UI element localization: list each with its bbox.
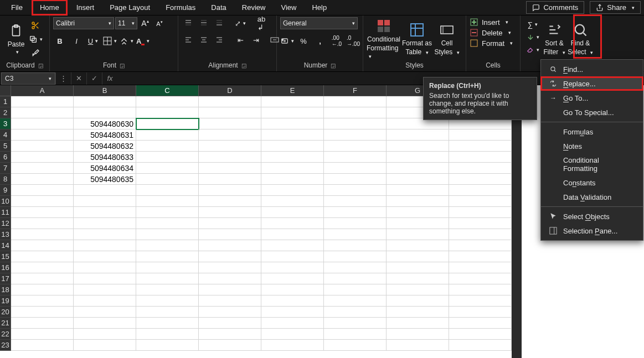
cell[interactable]: 5094480635 bbox=[74, 174, 136, 185]
menu-select-objects[interactable]: Select Objects bbox=[541, 209, 643, 224]
column-header[interactable]: A bbox=[11, 85, 74, 96]
cell[interactable] bbox=[11, 262, 74, 273]
share-button[interactable]: Share ▾ bbox=[590, 1, 641, 14]
cell[interactable] bbox=[261, 218, 324, 229]
cell[interactable] bbox=[449, 174, 512, 185]
find-select-button[interactable]: Find & Select ▾ bbox=[567, 17, 594, 60]
increase-decimal-button[interactable]: .00←.0 bbox=[330, 35, 343, 47]
cell[interactable] bbox=[387, 129, 449, 141]
cell[interactable] bbox=[449, 329, 512, 340]
comma-style-button[interactable]: , bbox=[313, 35, 327, 47]
increase-font-button[interactable]: A▴ bbox=[138, 17, 152, 29]
cell[interactable] bbox=[11, 107, 74, 118]
cell[interactable]: 5094480634 bbox=[74, 163, 136, 174]
cell[interactable] bbox=[136, 240, 199, 251]
format-as-table-button[interactable]: Format as Table ▾ bbox=[401, 17, 433, 60]
fx-button[interactable]: fx bbox=[102, 72, 117, 85]
cell[interactable] bbox=[449, 207, 512, 218]
cell[interactable] bbox=[261, 340, 324, 351]
font-name-select[interactable]: Calibri▾ bbox=[53, 17, 114, 29]
row-header[interactable]: 19 bbox=[0, 295, 11, 307]
cell[interactable] bbox=[11, 251, 74, 262]
column-header[interactable]: C bbox=[136, 85, 199, 96]
cell[interactable] bbox=[324, 152, 387, 163]
cell[interactable] bbox=[199, 118, 261, 129]
row-header[interactable]: 13 bbox=[0, 229, 11, 240]
cell[interactable] bbox=[261, 229, 324, 240]
fill-button[interactable]: ▾ bbox=[524, 31, 542, 43]
cell[interactable] bbox=[449, 318, 512, 329]
cell[interactable] bbox=[11, 329, 74, 340]
cell[interactable] bbox=[136, 218, 199, 229]
cell[interactable] bbox=[261, 196, 324, 207]
row-header[interactable]: 14 bbox=[0, 240, 11, 251]
align-right-button[interactable] bbox=[213, 34, 226, 46]
copy-button[interactable]: ▾ bbox=[29, 33, 42, 45]
tab-file[interactable]: File bbox=[4, 1, 29, 14]
cell[interactable] bbox=[199, 295, 261, 307]
cell[interactable] bbox=[11, 307, 74, 318]
tab-page-layout[interactable]: Page Layout bbox=[103, 1, 157, 14]
cancel-formula-button[interactable]: ✕ bbox=[71, 72, 86, 85]
cell[interactable] bbox=[136, 340, 199, 351]
cell[interactable] bbox=[74, 207, 136, 218]
autosum-button[interactable]: ∑▾ bbox=[524, 18, 542, 30]
cell[interactable] bbox=[74, 340, 136, 351]
font-size-select[interactable]: 11▾ bbox=[115, 17, 137, 29]
cell[interactable] bbox=[74, 251, 136, 262]
menu-data-validation[interactable]: Data Validation bbox=[541, 190, 643, 204]
cell[interactable] bbox=[136, 318, 199, 329]
cell[interactable] bbox=[74, 229, 136, 240]
menu-find[interactable]: Find... bbox=[541, 62, 643, 76]
cell[interactable] bbox=[11, 295, 74, 307]
cell[interactable] bbox=[11, 207, 74, 218]
clear-button[interactable]: ▾ bbox=[524, 44, 542, 56]
cell[interactable] bbox=[261, 118, 324, 129]
cell[interactable] bbox=[387, 185, 449, 196]
cell[interactable]: 5094480632 bbox=[74, 141, 136, 152]
cell[interactable] bbox=[387, 118, 449, 129]
cell[interactable] bbox=[449, 284, 512, 295]
cell[interactable] bbox=[199, 262, 261, 273]
row-header[interactable]: 23 bbox=[0, 340, 11, 351]
cell[interactable] bbox=[261, 329, 324, 340]
cell[interactable] bbox=[324, 240, 387, 251]
cells-insert-button[interactable]: Insert ▾ bbox=[470, 17, 508, 27]
cell[interactable] bbox=[261, 240, 324, 251]
cell[interactable] bbox=[11, 284, 74, 295]
menu-goto-special[interactable]: Go To Special... bbox=[541, 105, 643, 120]
cell[interactable] bbox=[11, 340, 74, 351]
conditional-formatting-button[interactable]: Conditional Formatting ▾ bbox=[367, 17, 401, 60]
tab-insert[interactable]: Insert bbox=[70, 1, 101, 14]
cell[interactable] bbox=[74, 240, 136, 251]
cell[interactable] bbox=[11, 318, 74, 329]
enter-formula-button[interactable]: ✓ bbox=[86, 72, 102, 85]
select-all-corner[interactable] bbox=[0, 85, 11, 96]
cell[interactable] bbox=[199, 318, 261, 329]
menu-cond-fmt[interactable]: Conditional Formatting bbox=[541, 153, 643, 175]
cell[interactable] bbox=[324, 251, 387, 262]
cell[interactable] bbox=[199, 174, 261, 185]
align-left-button[interactable] bbox=[182, 34, 195, 46]
column-header[interactable]: E bbox=[261, 85, 324, 96]
cell-styles-button[interactable]: Cell Styles ▾ bbox=[433, 17, 461, 60]
cell[interactable] bbox=[387, 174, 449, 185]
cell[interactable] bbox=[324, 262, 387, 273]
cell[interactable] bbox=[324, 141, 387, 152]
row-header[interactable]: 22 bbox=[0, 329, 11, 340]
font-color-button[interactable]: A▾ bbox=[136, 35, 150, 47]
cell[interactable] bbox=[449, 152, 512, 163]
cell[interactable] bbox=[261, 251, 324, 262]
cell[interactable] bbox=[387, 163, 449, 174]
row-header[interactable]: 5 bbox=[0, 141, 11, 152]
cell[interactable] bbox=[261, 141, 324, 152]
cell[interactable] bbox=[74, 295, 136, 307]
cell[interactable] bbox=[324, 284, 387, 295]
row-header[interactable]: 18 bbox=[0, 284, 11, 295]
cell[interactable] bbox=[324, 340, 387, 351]
row-header[interactable]: 1 bbox=[0, 96, 11, 107]
cell[interactable] bbox=[449, 229, 512, 240]
cell[interactable] bbox=[449, 251, 512, 262]
cell[interactable] bbox=[136, 185, 199, 196]
cell[interactable] bbox=[324, 229, 387, 240]
